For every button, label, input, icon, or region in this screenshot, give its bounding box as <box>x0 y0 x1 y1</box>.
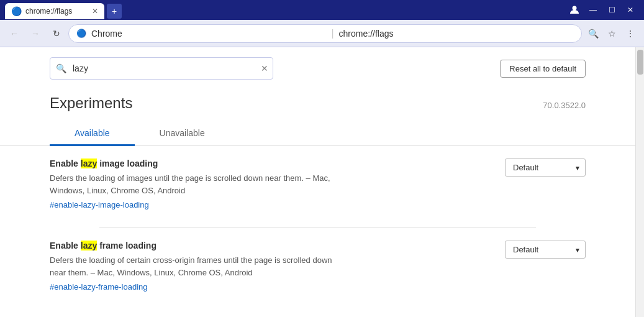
main-content: 🔍 ✕ Reset all to default Experiments 70.… <box>0 47 644 317</box>
menu-button[interactable]: ⋮ <box>622 25 639 42</box>
search-clear-button[interactable]: ✕ <box>261 63 268 73</box>
reload-button[interactable]: ↻ <box>47 24 66 43</box>
svg-point-0 <box>573 6 577 11</box>
menu-icon: ⋮ <box>626 29 635 39</box>
address-separator: | <box>331 28 333 39</box>
scrollbar[interactable] <box>635 47 644 317</box>
tab-unavailable[interactable]: Unavailable <box>135 122 230 146</box>
tabs-area: Available Unavailable <box>0 112 635 146</box>
exp-select-image[interactable]: Default Enabled Disabled <box>505 158 586 177</box>
exp-title-before-1: Enable <box>50 158 81 168</box>
bookmark-button[interactable]: ☆ <box>603 25 620 42</box>
experiment-item: Enable lazy frame loading Defers the loa… <box>50 241 586 292</box>
exp-info-image: Enable lazy image loading Defers the loa… <box>50 158 348 210</box>
reset-all-button[interactable]: Reset all to default <box>500 60 586 78</box>
search-icon: 🔍 <box>588 29 599 39</box>
exp-desc-frame: Defers the loading of certain cross-orig… <box>50 254 348 278</box>
address-bar[interactable]: 🔵 Chrome | chrome://flags <box>68 24 582 43</box>
version-text: 70.0.3522.0 <box>543 101 586 110</box>
browser-label: Chrome <box>91 29 326 39</box>
experiments-title-area: Experiments 70.0.3522.0 <box>0 80 635 112</box>
nav-bar: ← → ↻ 🔵 Chrome | chrome://flags 🔍 ☆ ⋮ <box>0 20 644 47</box>
forward-icon: → <box>31 29 40 39</box>
exp-highlight-2: lazy <box>81 241 97 250</box>
exp-link-image[interactable]: #enable-lazy-image-loading <box>50 200 149 209</box>
site-icon: 🔵 <box>76 29 86 38</box>
profile-button[interactable] <box>566 1 583 19</box>
divider <box>99 227 536 228</box>
back-button[interactable]: ← <box>5 24 24 43</box>
exp-title-after-1: image loading <box>97 158 158 168</box>
exp-select-wrap-image: Default Enabled Disabled ▼ <box>505 158 586 177</box>
forward-button[interactable]: → <box>26 24 45 43</box>
exp-link-frame[interactable]: #enable-lazy-frame-loading <box>50 282 148 292</box>
bookmark-icon: ☆ <box>608 29 616 39</box>
exp-info-frame: Enable lazy frame loading Defers the loa… <box>50 241 348 292</box>
page-area: 🔍 ✕ Reset all to default Experiments 70.… <box>0 47 635 317</box>
exp-desc-image: Defers the loading of images until the p… <box>50 172 348 196</box>
exp-select-wrap-frame: Default Enabled Disabled ▼ <box>505 241 586 259</box>
title-bar: 🔵 chrome://flags ✕ + — ☐ ✕ <box>0 0 644 20</box>
search-button[interactable]: 🔍 <box>584 25 602 42</box>
scrollbar-thumb[interactable] <box>637 50 643 75</box>
reload-icon: ↻ <box>53 29 60 39</box>
minimize-button[interactable]: — <box>584 1 602 19</box>
title-bar-left: 🔵 chrome://flags ✕ + <box>5 1 122 19</box>
exp-highlight-1: lazy <box>81 158 97 168</box>
tab-label: chrome://flags <box>25 7 72 16</box>
restore-button[interactable]: ☐ <box>603 1 620 19</box>
exp-title-image: Enable lazy image loading <box>50 158 348 168</box>
close-button[interactable]: ✕ <box>622 1 639 19</box>
title-bar-controls: — ☐ ✕ <box>566 1 639 19</box>
back-icon: ← <box>10 29 19 39</box>
tab-favicon: 🔵 <box>11 6 22 16</box>
search-input-icon: 🔍 <box>56 63 66 73</box>
experiments-list: Enable lazy image loading Defers the loa… <box>0 146 635 317</box>
tab-available[interactable]: Available <box>50 122 135 146</box>
new-tab-button[interactable]: + <box>107 4 122 19</box>
exp-title-frame: Enable lazy frame loading <box>50 241 348 250</box>
search-input[interactable] <box>50 57 273 80</box>
exp-select-frame[interactable]: Default Enabled Disabled <box>505 241 586 259</box>
flags-header: 🔍 ✕ Reset all to default <box>0 47 635 80</box>
page-title: Experiments <box>50 94 132 112</box>
exp-title-before-2: Enable <box>50 241 81 250</box>
address-text: chrome://flags <box>339 29 574 39</box>
search-box-wrapper: 🔍 ✕ <box>50 57 273 80</box>
experiment-item: Enable lazy image loading Defers the loa… <box>50 158 586 210</box>
nav-right-icons: 🔍 ☆ ⋮ <box>584 25 639 42</box>
browser-tab[interactable]: 🔵 chrome://flags ✕ <box>5 3 104 19</box>
tab-close-button[interactable]: ✕ <box>92 7 98 16</box>
exp-title-after-2: frame loading <box>97 241 156 250</box>
